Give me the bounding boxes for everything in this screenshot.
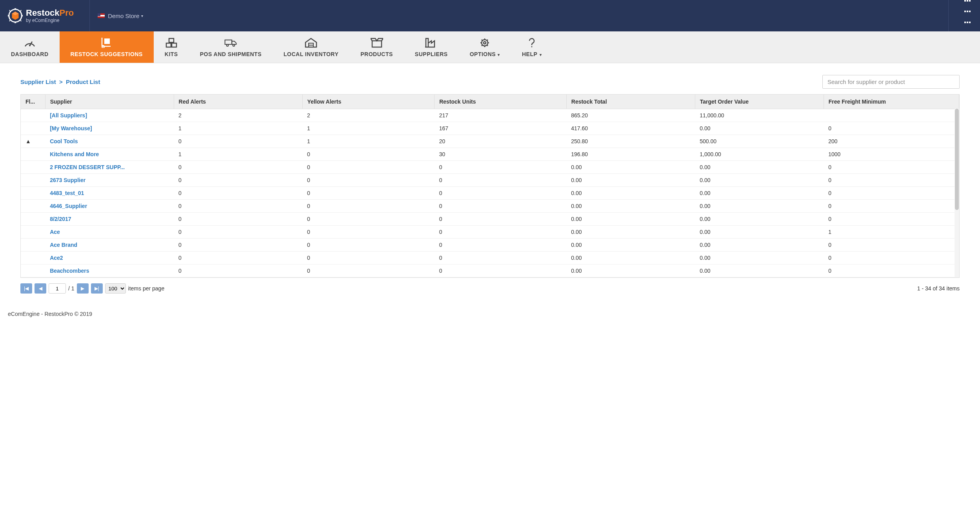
- cell-yellow: 0: [302, 239, 435, 252]
- table-row: ▲Cool Tools0120250.80500.00200: [21, 135, 959, 148]
- supplier-link[interactable]: [My Warehouse]: [45, 122, 174, 135]
- cell-red: 0: [174, 226, 302, 239]
- nav-local-inventory[interactable]: LOCAL INVENTORY: [273, 31, 349, 63]
- table-row: [My Warehouse]11167417.600.000: [21, 122, 959, 135]
- cell-total: 865.20: [566, 109, 695, 122]
- table-row: 4646_Supplier0000.000.000: [21, 200, 959, 213]
- cell-red: 0: [174, 239, 302, 252]
- svg-point-17: [531, 46, 533, 47]
- supplier-link[interactable]: Ace: [45, 226, 174, 239]
- cell-target: 0.00: [695, 187, 824, 200]
- cell-freight: 0: [824, 122, 959, 135]
- open-box-icon: [371, 38, 383, 48]
- supplier-link[interactable]: Ace Brand: [45, 239, 174, 252]
- supplier-link[interactable]: [All Suppliers]: [45, 109, 174, 122]
- cell-units: 0: [435, 213, 567, 226]
- col-free-freight-min[interactable]: Free Freight Minimum: [824, 95, 959, 109]
- cell-flag: [21, 226, 45, 239]
- cell-target: 1,000.00: [695, 148, 824, 161]
- supplier-link[interactable]: 8/2/2017: [45, 213, 174, 226]
- content: Supplier List > Product List Fl... Suppl…: [0, 63, 980, 299]
- cell-red: 0: [174, 174, 302, 187]
- cell-units: 20: [435, 135, 567, 148]
- supplier-link[interactable]: 2673 Supplier: [45, 174, 174, 187]
- search-input[interactable]: [822, 75, 960, 89]
- nav-options[interactable]: OPTIONS ▾: [459, 31, 511, 63]
- cell-target: 0.00: [695, 174, 824, 187]
- cell-units: 30: [435, 148, 567, 161]
- gauge-icon: [24, 38, 36, 48]
- svg-point-12: [233, 44, 235, 46]
- supplier-link[interactable]: 4646_Supplier: [45, 200, 174, 213]
- svg-point-11: [227, 44, 229, 46]
- nav-pos-shipments[interactable]: POS AND SHIPMENTS: [189, 31, 273, 63]
- supplier-link[interactable]: Kitchens and More: [45, 148, 174, 161]
- cell-units: 0: [435, 187, 567, 200]
- cell-units: 0: [435, 264, 567, 277]
- pager-first-button[interactable]: |◀: [20, 283, 32, 294]
- cell-flag: [21, 174, 45, 187]
- cell-flag: [21, 239, 45, 252]
- col-supplier[interactable]: Supplier: [45, 95, 174, 109]
- table-row: Ace20000.000.000: [21, 252, 959, 264]
- cell-total: 0.00: [566, 213, 695, 226]
- cell-freight: 200: [824, 135, 959, 148]
- supplier-link[interactable]: Cool Tools: [45, 135, 174, 148]
- cell-units: 0: [435, 174, 567, 187]
- apps-grid-icon[interactable]: [948, 0, 964, 31]
- table-row: Kitchens and More1030196.801,000.001000: [21, 148, 959, 161]
- nav-products[interactable]: PRODUCTS: [349, 31, 404, 63]
- cell-flag: [21, 264, 45, 277]
- nav-dashboard[interactable]: DASHBOARD: [0, 31, 60, 63]
- cell-total: 250.80: [566, 135, 695, 148]
- svg-point-15: [482, 40, 488, 46]
- nav-restock-suggestions[interactable]: RESTOCK SUGGESTIONS: [60, 31, 154, 63]
- col-flag[interactable]: Fl...: [21, 95, 45, 109]
- cell-freight: 0: [824, 187, 959, 200]
- store-selector[interactable]: Demo Store ▾: [89, 0, 143, 31]
- pager-prev-button[interactable]: ◀: [35, 283, 46, 294]
- cell-red: 1: [174, 122, 302, 135]
- col-yellow-alerts[interactable]: Yellow Alerts: [302, 95, 435, 109]
- cell-red: 2: [174, 109, 302, 122]
- us-flag-icon: [98, 13, 105, 18]
- scrollbar[interactable]: [955, 109, 959, 277]
- nav-kits[interactable]: KITS: [154, 31, 189, 63]
- pager-last-button[interactable]: ▶|: [91, 283, 103, 294]
- pager-info: 1 - 34 of 34 items: [917, 285, 960, 292]
- supplier-link[interactable]: 4483_test_01: [45, 187, 174, 200]
- table-row: Ace Brand0000.000.000: [21, 239, 959, 252]
- chevron-down-icon: ▾: [496, 53, 500, 57]
- breadcrumb-supplier-list[interactable]: Supplier List: [20, 78, 56, 85]
- col-restock-total[interactable]: Restock Total: [566, 95, 695, 109]
- svg-rect-10: [225, 40, 232, 44]
- pager-next-button[interactable]: ▶: [77, 283, 89, 294]
- col-target-order-value[interactable]: Target Order Value: [695, 95, 824, 109]
- cell-freight: 0: [824, 161, 959, 174]
- cell-total: 0.00: [566, 161, 695, 174]
- cell-freight: [824, 109, 959, 122]
- brand-left: Restock: [26, 8, 60, 18]
- nav-suppliers[interactable]: SUPPLIERS: [404, 31, 459, 63]
- nav-help[interactable]: HELP ▾: [511, 31, 553, 63]
- cell-flag: [21, 187, 45, 200]
- col-restock-units[interactable]: Restock Units: [435, 95, 567, 109]
- table-row: 2 FROZEN DESSERT SUPP...0000.000.000: [21, 161, 959, 174]
- cell-target: 0.00: [695, 226, 824, 239]
- pager-page-size-select[interactable]: 100: [105, 283, 126, 294]
- logo[interactable]: RestockPro by eComEngine: [8, 8, 74, 23]
- supplier-link[interactable]: Beachcombers: [45, 264, 174, 277]
- cell-red: 0: [174, 252, 302, 264]
- cell-red: 0: [174, 187, 302, 200]
- cell-yellow: 0: [302, 213, 435, 226]
- breadcrumb-product-list[interactable]: Product List: [66, 78, 100, 85]
- cell-flag: [21, 252, 45, 264]
- pager-page-input[interactable]: [49, 283, 66, 294]
- supplier-link[interactable]: Ace2: [45, 252, 174, 264]
- cell-red: 0: [174, 213, 302, 226]
- supplier-link[interactable]: 2 FROZEN DESSERT SUPP...: [45, 161, 174, 174]
- col-red-alerts[interactable]: Red Alerts: [174, 95, 302, 109]
- factory-icon: [425, 38, 438, 48]
- boxes-icon: [165, 38, 178, 48]
- chevron-down-icon: ▾: [140, 14, 143, 18]
